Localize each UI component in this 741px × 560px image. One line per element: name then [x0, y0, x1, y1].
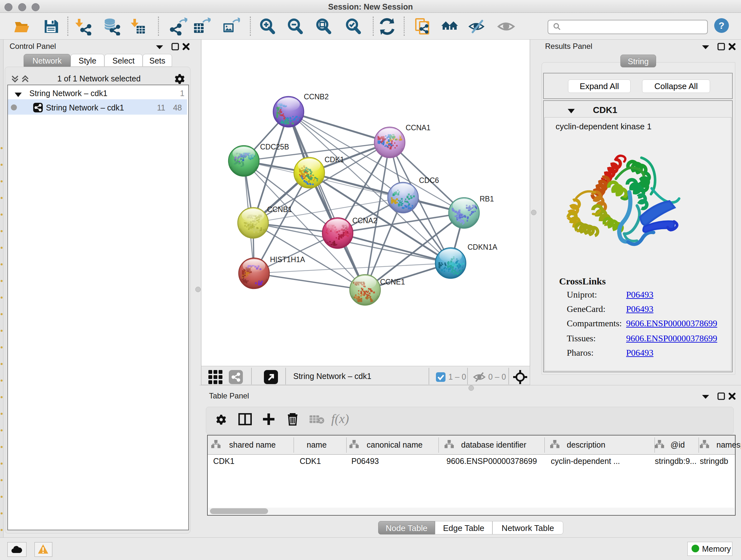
svg-text:CDKN1A: CDKN1A: [468, 243, 497, 251]
svg-text:RB1: RB1: [480, 195, 494, 203]
svg-text:HIST1H1A: HIST1H1A: [270, 255, 306, 264]
svg-text:CCNA1: CCNA1: [406, 124, 430, 132]
svg-text:CCNB2: CCNB2: [304, 92, 329, 101]
svg-text:?: ?: [719, 20, 724, 30]
svg-text:CCNB1: CCNB1: [267, 205, 292, 213]
svg-text:CCNA2: CCNA2: [352, 216, 377, 225]
svg-text:CDC25B: CDC25B: [260, 143, 289, 151]
svg-text:CDK1: CDK1: [325, 155, 344, 164]
svg-text:CCNE1: CCNE1: [380, 278, 405, 286]
svg-text:CDC6: CDC6: [419, 176, 439, 185]
